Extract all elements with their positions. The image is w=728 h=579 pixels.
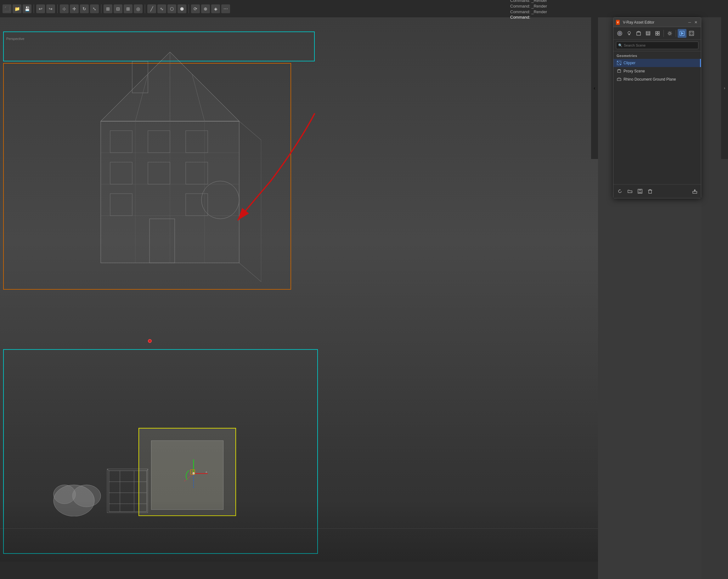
ipr-button[interactable] <box>687 29 696 38</box>
sep4 <box>145 4 145 13</box>
render-elements-icon <box>655 31 660 36</box>
toolbar-ortho[interactable]: ⊟ <box>113 4 123 13</box>
toolbar-grid[interactable]: ⊞ <box>124 4 132 13</box>
svg-rect-56 <box>646 33 650 34</box>
refresh-button[interactable] <box>615 187 624 196</box>
house-svg <box>85 43 261 294</box>
svg-marker-26 <box>101 52 239 121</box>
sep5 <box>188 4 189 13</box>
svg-rect-55 <box>646 31 650 33</box>
ground-plane-label: Rhino Document Ground Plane <box>624 77 698 81</box>
svg-marker-88 <box>694 189 696 191</box>
toolbar-analyze[interactable]: ◈ <box>211 4 220 13</box>
viewport-label: Perspective <box>6 37 24 41</box>
house-wireframe <box>85 43 261 296</box>
toolbar-open[interactable]: 📁 <box>12 4 21 13</box>
svg-rect-68 <box>692 34 693 35</box>
settings-button[interactable] <box>666 29 674 38</box>
asset-editor-title: V-Ray Asset Editor <box>623 20 686 25</box>
toolbar-scale[interactable]: ⤡ <box>90 4 99 13</box>
svg-rect-73 <box>617 79 621 81</box>
toolbar-sep-2 <box>676 30 676 37</box>
svg-rect-61 <box>658 34 659 35</box>
toolbar-more[interactable]: ⋯ <box>221 4 230 13</box>
toolbar-transform[interactable]: ⟳ <box>191 4 200 13</box>
right-arrow-icon: › <box>724 86 725 90</box>
asset-editor-titlebar: V V-Ray Asset Editor ─ ✕ <box>614 18 701 27</box>
geometry-button[interactable] <box>634 29 643 38</box>
toolbar-undo[interactable]: ↩ <box>36 4 45 13</box>
svg-rect-60 <box>656 34 657 35</box>
geometry-icon <box>636 31 641 36</box>
asset-editor-panel: V V-Ray Asset Editor ─ ✕ <box>613 17 701 198</box>
ipr-icon <box>689 31 694 36</box>
svg-rect-81 <box>649 190 651 193</box>
toolbar-select[interactable]: ⊹ <box>60 4 69 13</box>
left-collapse-btn[interactable]: ‹ <box>591 17 598 159</box>
toolbar-snap[interactable]: ⊞ <box>104 4 112 13</box>
export-button[interactable] <box>690 187 699 196</box>
toolbar-sep-1 <box>664 30 664 37</box>
toolbar-save[interactable]: 💾 <box>23 4 31 13</box>
svg-text:a: a <box>206 470 207 474</box>
toolbar-solid[interactable]: ⬢ <box>178 4 186 13</box>
svg-rect-67 <box>690 34 691 35</box>
asset-item-proxy-scene[interactable]: Proxy Scene <box>614 67 701 75</box>
asset-item-ground-plane[interactable]: Rhino Document Ground Plane <box>614 75 701 83</box>
ground-plane-icon <box>617 77 622 82</box>
toolbar-move[interactable]: ✛ <box>70 4 79 13</box>
delete-button[interactable] <box>646 187 654 196</box>
geometries-header: Geometries <box>614 53 701 59</box>
refresh-icon <box>618 189 622 194</box>
toolbar-surface[interactable]: ⬡ <box>167 4 176 13</box>
svg-rect-25 <box>101 121 239 263</box>
folder-open-icon <box>628 189 632 194</box>
toolbar-rotate[interactable]: ↻ <box>80 4 89 13</box>
red-point <box>148 339 152 343</box>
minimize-button[interactable]: ─ <box>687 20 692 25</box>
asset-editor-toolbar <box>614 27 701 40</box>
svg-point-62 <box>669 32 671 34</box>
svg-line-41 <box>184 474 193 481</box>
asset-list: Geometries Clipper Proxy Scene <box>614 51 701 184</box>
vray-logo-icon: V <box>616 20 621 25</box>
floor-line <box>0 528 598 529</box>
toolbar-line[interactable]: ╱ <box>147 4 156 13</box>
render-button[interactable] <box>678 29 686 38</box>
toolbar-new[interactable]: ⬛ <box>2 4 11 13</box>
svg-point-50 <box>628 31 630 34</box>
svg-line-70 <box>617 61 621 65</box>
left-arrow-icon: ‹ <box>594 85 595 91</box>
svg-marker-54 <box>637 31 641 32</box>
asset-item-clipper[interactable]: Clipper <box>614 59 701 67</box>
materials-button[interactable] <box>615 29 624 38</box>
layers-button[interactable] <box>644 29 652 38</box>
svg-rect-58 <box>656 31 657 33</box>
render-elements-button[interactable] <box>653 29 662 38</box>
trash-icon <box>648 189 652 194</box>
top-toolbar: ⬛ 📁 💾 ↩ ↪ ⊹ ✛ ↻ ⤡ ⊞ ⊟ ⊞ ◎ ╱ ∿ ⬡ ⬢ ⟳ ⊕ ◈ … <box>0 0 728 17</box>
svg-rect-59 <box>658 31 659 33</box>
cmd-line-3: Command: _Render <box>510 9 726 15</box>
clipper-label: Clipper <box>624 61 698 65</box>
cmd-line-1: Command: _Render <box>510 0 726 3</box>
svg-rect-66 <box>692 32 693 33</box>
svg-line-22 <box>239 263 261 282</box>
open-file-button[interactable] <box>625 187 634 196</box>
asset-search-container: 🔍 <box>614 40 701 51</box>
main-viewport[interactable]: Perspective <box>0 17 598 579</box>
sep3 <box>101 4 101 13</box>
toolbar-redo[interactable]: ↪ <box>46 4 55 13</box>
toolbar-osnap[interactable]: ◎ <box>134 4 142 13</box>
toolbar-curve[interactable]: ∿ <box>157 4 166 13</box>
toolbar-boolean[interactable]: ⊕ <box>201 4 210 13</box>
save-button[interactable] <box>635 187 644 196</box>
viewport-scene[interactable]: Perspective <box>0 17 598 579</box>
lights-button[interactable] <box>625 29 633 38</box>
search-input[interactable] <box>616 42 698 49</box>
svg-rect-80 <box>639 192 642 193</box>
right-collapse-btn[interactable]: › <box>721 17 728 159</box>
sep2 <box>57 4 58 13</box>
close-button[interactable]: ✕ <box>693 20 698 25</box>
svg-rect-57 <box>646 35 650 35</box>
